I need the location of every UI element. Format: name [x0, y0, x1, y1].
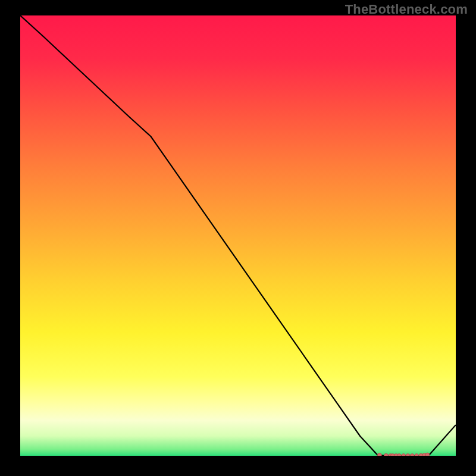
plot-area: [20, 15, 456, 456]
data-marker: [402, 454, 406, 456]
data-marker: [406, 454, 410, 456]
chart-svg: [20, 15, 456, 456]
gradient-background: [20, 15, 456, 456]
data-marker: [397, 454, 401, 456]
data-marker: [425, 453, 430, 456]
data-marker: [378, 453, 382, 456]
data-marker: [410, 454, 414, 456]
data-marker: [415, 454, 419, 456]
chart-frame: TheBottleneck.com: [0, 0, 476, 476]
data-marker: [384, 453, 388, 456]
